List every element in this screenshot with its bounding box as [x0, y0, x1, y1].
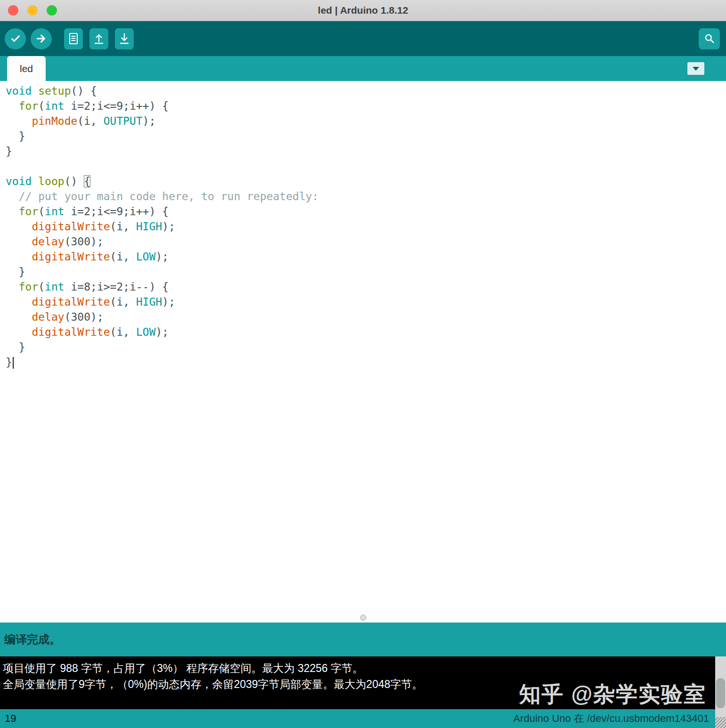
board-info: Arduino Uno 在 /dev/cu.usbmodem143401 — [513, 712, 709, 726]
code-line[interactable]: delay(300); — [6, 309, 726, 324]
code-token — [6, 326, 32, 338]
code-line[interactable]: } — [6, 340, 726, 355]
splitter-grip-icon — [360, 615, 366, 621]
code-token: int — [45, 281, 65, 293]
console-output[interactable]: 项目使用了 988 字节，占用了（3%） 程序存储空间。最大为 32256 字节… — [0, 656, 726, 709]
code-token: ( — [38, 205, 45, 218]
code-token: // put your main code here, to run repea… — [19, 190, 319, 202]
serial-monitor-button[interactable] — [699, 28, 720, 49]
tab-label: led — [20, 63, 33, 74]
titlebar: led | Arduino 1.8.12 — [0, 0, 726, 21]
console-line: 项目使用了 988 字节，占用了（3%） 程序存储空间。最大为 32256 字节… — [3, 660, 707, 676]
new-sketch-button[interactable] — [64, 28, 83, 49]
code-token — [6, 251, 32, 263]
verify-button[interactable] — [5, 28, 26, 49]
code-token: HIGH — [136, 296, 162, 308]
code-token: i=8;i>=2;i--) { — [65, 281, 169, 293]
code-lines: void setup() { for(int i=2;i<=9;i++) { p… — [6, 83, 726, 370]
code-line[interactable]: // put your main code here, to run repea… — [6, 189, 726, 204]
minimize-button[interactable] — [27, 5, 38, 16]
console-scrollbar[interactable] — [715, 656, 726, 728]
code-token: (300); — [65, 311, 104, 323]
toolbar — [0, 21, 726, 56]
code-token: ); — [162, 220, 175, 233]
save-button[interactable] — [115, 28, 134, 49]
code-token: LOW — [136, 326, 156, 338]
traffic-lights — [0, 5, 57, 16]
code-line[interactable]: for(int i=2;i<=9;i++) { — [6, 204, 726, 219]
arrow-up-icon — [93, 32, 105, 45]
code-token: for — [19, 205, 39, 218]
code-line[interactable]: void loop() { — [6, 174, 726, 189]
code-token: loop — [38, 175, 64, 187]
code-token: OUTPUT — [104, 115, 143, 127]
code-token — [6, 235, 32, 248]
code-line[interactable]: } — [6, 264, 726, 279]
code-token — [6, 311, 32, 323]
tab-led[interactable]: led — [7, 56, 46, 81]
code-token: HIGH — [136, 220, 162, 233]
code-token: (i, — [110, 296, 136, 308]
code-token — [6, 281, 19, 293]
code-token: () { — [71, 85, 97, 97]
code-line[interactable]: } — [6, 144, 726, 159]
code-token: } — [6, 356, 12, 368]
code-token — [32, 85, 38, 97]
magnifier-icon — [703, 32, 716, 45]
code-token: digitalWrite — [32, 220, 110, 233]
watermark: 知乎 @杂学实验室 — [519, 680, 706, 709]
code-token: i=2;i<=9;i++) { — [65, 205, 169, 218]
code-line[interactable]: } — [6, 355, 726, 370]
code-token: digitalWrite — [32, 296, 110, 308]
code-token: ); — [143, 115, 156, 127]
code-token: (i, — [77, 115, 103, 127]
code-token: digitalWrite — [32, 326, 110, 338]
code-token: void — [6, 85, 32, 97]
code-token: digitalWrite — [32, 251, 110, 263]
code-token: i=2;i<=9;i++) { — [65, 100, 169, 112]
close-button[interactable] — [8, 5, 18, 16]
scrollbar-thumb[interactable] — [716, 678, 725, 708]
zoom-button[interactable] — [47, 5, 57, 16]
code-line[interactable]: void setup() { — [6, 83, 726, 98]
code-line[interactable]: for(int i=2;i<=9;i++) { — [6, 98, 726, 113]
arduino-window: led | Arduino 1.8.12 — [0, 0, 726, 728]
code-token: (i, — [110, 220, 136, 233]
splitter[interactable] — [0, 612, 726, 623]
code-line[interactable]: digitalWrite(i, LOW); — [6, 324, 726, 340]
code-token: ); — [156, 326, 169, 338]
code-token: void — [6, 175, 32, 187]
code-token — [6, 190, 19, 202]
code-token: () — [65, 175, 84, 187]
code-editor[interactable]: void setup() { for(int i=2;i<=9;i++) { p… — [0, 81, 726, 612]
footer-bar: 19 Arduino Uno 在 /dev/cu.usbmodem143401 — [0, 709, 726, 728]
code-line[interactable]: delay(300); — [6, 234, 726, 249]
code-line[interactable]: digitalWrite(i, HIGH); — [6, 294, 726, 309]
code-token: (i, — [110, 326, 136, 338]
arrow-right-icon — [35, 32, 48, 45]
line-number-indicator: 19 — [5, 712, 16, 725]
code-token: } — [6, 145, 12, 157]
chevron-down-icon — [692, 66, 700, 72]
code-token: } — [6, 130, 25, 142]
code-token — [13, 357, 14, 369]
code-token: delay — [32, 235, 64, 248]
code-line[interactable]: digitalWrite(i, LOW); — [6, 249, 726, 264]
open-button[interactable] — [89, 28, 108, 49]
status-message: 编译完成。 — [4, 632, 61, 647]
code-line[interactable]: pinMode(i, OUTPUT); — [6, 113, 726, 129]
resize-grip[interactable] — [715, 717, 726, 728]
code-line[interactable]: } — [6, 129, 726, 144]
upload-button[interactable] — [31, 28, 52, 49]
code-line[interactable]: for(int i=8;i>=2;i--) { — [6, 279, 726, 294]
code-line[interactable] — [6, 159, 726, 174]
code-token: ); — [162, 296, 175, 308]
code-line[interactable]: digitalWrite(i, HIGH); — [6, 219, 726, 234]
tab-menu-button[interactable] — [687, 62, 704, 75]
window-title: led | Arduino 1.8.12 — [0, 5, 726, 16]
code-token: pinMode — [32, 115, 77, 127]
arrow-down-icon — [119, 32, 130, 45]
code-token: ( — [38, 281, 45, 293]
code-token: ( — [38, 100, 45, 112]
code-token: (i, — [110, 251, 136, 263]
